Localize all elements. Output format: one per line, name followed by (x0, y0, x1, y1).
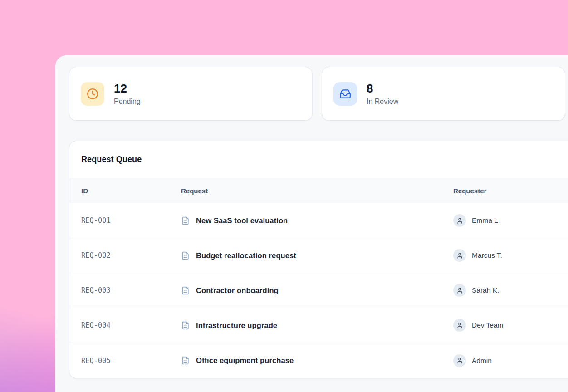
request-cell: Budget reallocation request (181, 251, 453, 260)
stat-label: Pending (114, 98, 141, 106)
queue-title: Request Queue (81, 155, 142, 164)
request-title: New SaaS tool evaluation (196, 216, 288, 225)
stat-text: 8 In Review (367, 82, 398, 105)
user-avatar-icon (453, 249, 466, 262)
requester-name: Emma L. (472, 216, 500, 225)
request-id: REQ-003 (81, 286, 181, 294)
user-avatar-icon (453, 354, 466, 367)
user-avatar-icon (453, 319, 466, 332)
request-queue-card: Request Queue ID Request Requester REQ-0… (69, 141, 568, 378)
requester-cell: Dev Team (453, 319, 568, 332)
requester-cell: Admin (453, 354, 568, 367)
request-cell: Office equipment purchase (181, 356, 453, 365)
table-row[interactable]: REQ-003 Contractor onboarding Sarah K. (69, 273, 568, 308)
request-id: REQ-005 (81, 357, 181, 365)
user-avatar-icon (453, 214, 466, 227)
request-title: Infrastructure upgrade (196, 321, 277, 330)
requester-cell: Sarah K. (453, 284, 568, 297)
requester-name: Sarah K. (472, 286, 499, 294)
requester-cell: Emma L. (453, 214, 568, 227)
file-text-icon (181, 321, 190, 330)
request-id: REQ-001 (81, 216, 181, 225)
stat-text: 12 Pending (114, 82, 141, 105)
request-cell: Infrastructure upgrade (181, 321, 453, 330)
inbox-icon (333, 82, 357, 106)
stat-value: 12 (114, 82, 141, 96)
request-title: Contractor onboarding (196, 286, 279, 295)
queue-title-row: Request Queue (69, 141, 568, 178)
request-title: Budget reallocation request (196, 251, 296, 260)
file-text-icon (181, 356, 190, 365)
requester-name: Marcus T. (472, 251, 502, 260)
request-cell: New SaaS tool evaluation (181, 216, 453, 225)
request-id: REQ-004 (81, 321, 181, 329)
requester-name: Dev Team (472, 321, 504, 329)
request-cell: Contractor onboarding (181, 286, 453, 295)
table-row[interactable]: REQ-005 Office equipment purchase Admin (69, 343, 568, 378)
clock-icon (81, 82, 104, 106)
table-header-row: ID Request Requester (69, 178, 568, 203)
table-row[interactable]: REQ-004 Infrastructure upgrade Dev Team (69, 308, 568, 343)
stat-value: 8 (367, 82, 398, 96)
user-avatar-icon (453, 284, 466, 297)
stat-label: In Review (367, 98, 398, 106)
stat-card-pending[interactable]: 12 Pending (69, 67, 313, 121)
request-title: Office equipment purchase (196, 356, 294, 365)
file-text-icon (181, 286, 190, 295)
column-header-request: Request (181, 187, 453, 195)
column-header-requester: Requester (453, 187, 568, 195)
file-text-icon (181, 216, 190, 225)
column-header-id: ID (81, 187, 181, 195)
requester-name: Admin (472, 357, 492, 365)
requester-cell: Marcus T. (453, 249, 568, 262)
stats-row: 12 Pending 8 In Review (69, 67, 565, 121)
stat-card-in-review[interactable]: 8 In Review (322, 67, 565, 121)
table-row[interactable]: REQ-002 Budget reallocation request Marc… (69, 238, 568, 273)
main-panel: 12 Pending 8 In Review Request Queue ID … (55, 55, 568, 392)
desktop-background: { "colors": { "background_pink": "#ffb5d… (0, 0, 568, 392)
file-text-icon (181, 251, 190, 260)
table-row[interactable]: REQ-001 New SaaS tool evaluation Emma L. (69, 203, 568, 238)
request-id: REQ-002 (81, 251, 181, 260)
